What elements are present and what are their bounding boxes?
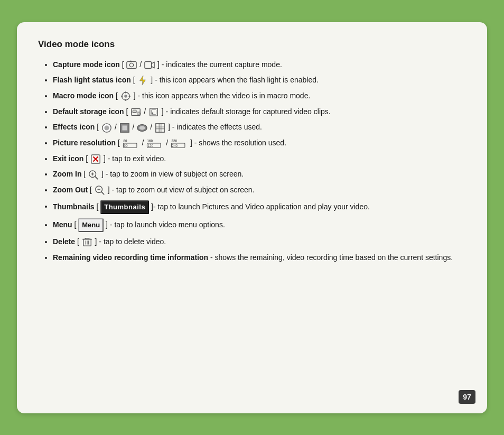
- list-item: Capture mode icon [ / ] - indicates the …: [53, 59, 466, 71]
- item-text: ] - indicates default storage for captur…: [162, 107, 331, 116]
- capture-mode-icon2: [144, 60, 155, 70]
- svg-text:160: 160: [147, 139, 153, 143]
- item-text: ] - this icon appears when the flash lig…: [151, 76, 319, 84]
- svg-text:60: 60: [124, 144, 128, 148]
- storage-icon1: SD: [130, 107, 141, 117]
- svg-line-47: [101, 192, 104, 195]
- svg-rect-0: [127, 61, 136, 68]
- exit-icon: [90, 154, 101, 164]
- flash-icon: [137, 75, 148, 86]
- item-label: Delete: [53, 237, 75, 246]
- list-item: Thumbnails [ Thumbnails ]- tap to launch…: [53, 200, 466, 214]
- svg-text:80: 80: [123, 139, 127, 143]
- list-item: Menu [ Menu ] - tap to launch video menu…: [53, 218, 466, 232]
- resolution-icon2: 160 120: [146, 138, 163, 149]
- item-text: ] - tap to exit video.: [104, 154, 166, 163]
- item-text: ] - indicates the effects used.: [168, 123, 262, 131]
- effects-icon2: [119, 123, 130, 133]
- zoom-out-icon: [95, 185, 105, 196]
- svg-line-43: [95, 176, 98, 179]
- list-item: Macro mode icon [ ] - this icon appears …: [53, 90, 466, 102]
- item-label: Zoom In: [53, 170, 81, 178]
- zoom-in-icon: [88, 170, 99, 180]
- list-item: Default storage icon [ SD / ♦ ] - indica…: [53, 106, 466, 118]
- thumbnails-button-icon: Thumbnails: [100, 200, 149, 214]
- svg-rect-25: [156, 123, 164, 132]
- effects-icon1: [101, 123, 112, 133]
- page-title: Video mode icons: [38, 39, 466, 50]
- item-label: Default storage icon: [53, 107, 124, 116]
- svg-point-7: [124, 95, 127, 97]
- item-text: - shows the remaining, video recording t…: [210, 253, 453, 262]
- item-label: Flash light status icon: [53, 76, 131, 84]
- item-text: ]- tap to launch Pictures and Video appl…: [151, 202, 370, 210]
- list-item: Delete [ ] - tap to delete video.: [53, 236, 466, 248]
- svg-rect-3: [145, 61, 152, 68]
- svg-text:120: 120: [148, 144, 154, 148]
- item-label: Exit icon: [53, 154, 83, 163]
- list-item: Remaining video recording time informati…: [53, 252, 466, 264]
- macro-icon: [120, 91, 131, 101]
- list-item: Zoom In [ ] - tap to zoom in view of sub…: [53, 169, 466, 180]
- svg-point-20: [104, 125, 109, 130]
- item-label: Capture mode icon: [53, 60, 120, 69]
- item-text: ] - shows the resolution used.: [190, 138, 286, 147]
- list-item: Zoom Out [ ] - tap to zoom out view of s…: [53, 184, 466, 196]
- item-label: Effects icon: [53, 123, 95, 131]
- item-label: Zoom Out: [53, 186, 88, 194]
- svg-text:320: 320: [172, 139, 178, 143]
- item-text: ] - indicates the current capture mode.: [157, 60, 282, 69]
- menu-button-icon: Menu: [78, 218, 104, 232]
- delete-icon: [82, 237, 92, 247]
- item-text: ] - tap to launch video menu options.: [106, 220, 225, 229]
- svg-text:240: 240: [172, 144, 178, 148]
- svg-text:♦: ♦: [152, 110, 154, 114]
- item-text: ] - tap to delete video.: [95, 237, 166, 246]
- item-text: ] - this icon appears when the video is …: [134, 91, 311, 100]
- list-item: Effects icon [ / / /: [53, 122, 466, 133]
- svg-point-24: [139, 126, 145, 129]
- item-text: ] - tap to zoom out view of subject on s…: [108, 186, 255, 194]
- storage-icon2: ♦: [148, 107, 159, 117]
- svg-text:SD: SD: [137, 112, 141, 115]
- svg-rect-2: [130, 61, 132, 62]
- svg-rect-16: [150, 108, 158, 116]
- list-item: Exit icon [ ] - tap to exit video.: [53, 153, 466, 165]
- svg-marker-5: [140, 76, 146, 85]
- item-label: Remaining video recording time informati…: [53, 253, 208, 262]
- icon-list: Capture mode icon [ / ] - indicates the …: [38, 59, 466, 264]
- effects-icon3: [137, 123, 147, 133]
- item-label: Picture resolution: [53, 138, 116, 147]
- item-label: Macro mode icon: [53, 91, 114, 100]
- svg-rect-22: [122, 125, 127, 130]
- item-label: Thumbnails: [53, 202, 95, 210]
- effects-icon4: [155, 123, 165, 133]
- item-label: Menu: [53, 220, 72, 229]
- resolution-icon3: 320 240: [171, 138, 188, 149]
- page-container: Video mode icons Capture mode icon [ / ]…: [17, 22, 487, 413]
- item-text: ] - tap to zoom in view of subject on sc…: [101, 170, 244, 178]
- capture-mode-icon1: [126, 60, 137, 70]
- svg-point-1: [130, 63, 134, 67]
- page-number: 97: [459, 390, 475, 404]
- resolution-icon1: 80 60: [123, 138, 139, 149]
- svg-marker-4: [152, 62, 154, 68]
- list-item: Picture resolution [ 80 60 / 160 120 / 3…: [53, 137, 466, 149]
- list-item: Flash light status icon [ ] - this icon …: [53, 75, 466, 86]
